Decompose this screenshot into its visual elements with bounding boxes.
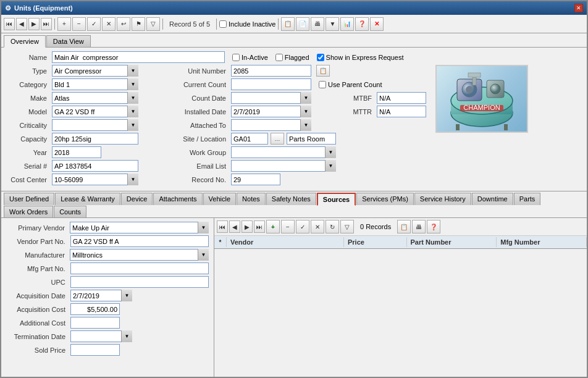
grid-nav-last[interactable]: ⏭	[254, 220, 265, 233]
close-button[interactable]: ✕	[574, 4, 583, 12]
btab-downtime[interactable]: Downtime	[472, 193, 513, 205]
grid-col-price[interactable]: Price	[344, 237, 407, 247]
unit-copy-button[interactable]: 📋	[316, 65, 330, 77]
flagged-checkbox[interactable]	[275, 54, 283, 61]
category-input[interactable]	[52, 78, 138, 90]
mttr-input[interactable]	[377, 106, 426, 117]
inactive-check[interactable]: In-Active	[232, 54, 268, 61]
nav-last-button[interactable]: ⏭	[41, 18, 52, 30]
serial-input[interactable]	[52, 160, 138, 172]
grid-save-button[interactable]: ✓	[296, 220, 309, 233]
btab-work-orders[interactable]: Work Orders	[4, 206, 53, 217]
primary-vendor-input[interactable]	[70, 222, 209, 233]
site-input[interactable]	[231, 133, 268, 145]
grid-col-part-number[interactable]: Part Number	[407, 237, 497, 247]
grid-add-button[interactable]: +	[266, 220, 280, 233]
grid-copy-button[interactable]: 📋	[397, 220, 411, 233]
type-input[interactable]	[52, 65, 138, 77]
parts-room-input[interactable]	[287, 133, 336, 145]
email-list-input[interactable]	[231, 160, 336, 172]
include-inactive-checkbox[interactable]	[219, 20, 227, 28]
grid-print-button[interactable]: 🖶	[412, 220, 426, 233]
add-button[interactable]: +	[57, 17, 71, 31]
grid-nav-next[interactable]: ▶	[242, 220, 253, 233]
grid-delete-button[interactable]: −	[281, 220, 295, 233]
name-input[interactable]	[52, 51, 225, 63]
grid-cancel-button[interactable]: ✕	[311, 220, 324, 233]
count-date-input[interactable]	[231, 92, 311, 104]
grid-nav-prev[interactable]: ◀	[229, 220, 240, 233]
manufacturer-input[interactable]	[70, 249, 209, 261]
btab-notes[interactable]: Notes	[237, 193, 266, 205]
chart-button[interactable]: 📊	[340, 17, 354, 31]
inactive-checkbox[interactable]	[232, 54, 240, 61]
express-checkbox[interactable]	[317, 54, 324, 61]
termination-date-label: Termination Date	[6, 333, 68, 340]
vendor-part-input[interactable]	[70, 235, 209, 247]
svg-text:CHAMPION: CHAMPION	[463, 104, 500, 111]
termination-date-input[interactable]	[70, 330, 132, 342]
cost-center-input[interactable]	[52, 174, 138, 185]
current-count-input[interactable]	[231, 78, 311, 90]
acquisition-cost-input[interactable]	[70, 303, 120, 315]
use-parent-count-check[interactable]: Use Parent Count	[319, 81, 382, 88]
upc-input[interactable]	[70, 276, 209, 288]
btab-sources[interactable]: Sources	[317, 193, 356, 206]
export-button[interactable]: 📄	[296, 17, 309, 31]
include-inactive-check[interactable]: Include Inactive	[219, 20, 275, 28]
mtbf-input[interactable]	[377, 92, 426, 104]
grid-col-vendor[interactable]: Vendor	[227, 237, 344, 247]
btab-device[interactable]: Device	[121, 193, 153, 205]
nav-next-button[interactable]: ▶	[28, 18, 40, 30]
btab-safety-notes[interactable]: Safety Notes	[266, 193, 316, 205]
tab-overview[interactable]: Overview	[4, 35, 46, 48]
report-dropdown-button[interactable]: ▼	[326, 17, 339, 31]
btab-user-defined[interactable]: User Defined	[4, 193, 54, 205]
delete-button[interactable]: −	[72, 17, 86, 31]
model-input[interactable]	[52, 106, 138, 117]
btab-parts[interactable]: Parts	[514, 193, 541, 205]
grid-records-label: 0 Records	[360, 223, 391, 230]
cancel-button[interactable]: ✕	[102, 17, 116, 31]
flag-button[interactable]: ⚑	[132, 17, 145, 31]
grid-nav-first[interactable]: ⏮	[217, 220, 228, 233]
sold-price-input[interactable]	[70, 344, 120, 356]
tab-data-view[interactable]: Data View	[46, 35, 91, 47]
installed-date-input[interactable]	[231, 106, 311, 117]
flagged-check[interactable]: Flagged	[275, 54, 309, 61]
work-group-input[interactable]	[231, 146, 336, 158]
capacity-input[interactable]	[52, 133, 138, 145]
btab-service-history[interactable]: Service History	[414, 193, 471, 205]
print-button[interactable]: 🖶	[311, 17, 324, 31]
acquisition-date-input[interactable]	[70, 290, 132, 301]
grid-help-button[interactable]: ❓	[427, 220, 440, 233]
grid-refresh-button[interactable]: ↻	[326, 220, 339, 233]
save-button[interactable]: ✓	[87, 17, 101, 31]
criticality-input[interactable]	[52, 119, 138, 131]
acquisition-date-label: Acquisition Date	[6, 292, 68, 300]
express-check[interactable]: Show in Express Request	[317, 54, 404, 61]
btab-lease-warranty[interactable]: Lease & Warranty	[55, 193, 120, 205]
btab-attachments[interactable]: Attachments	[153, 193, 202, 205]
grid-col-mfg-number[interactable]: Mfg Number	[497, 237, 587, 247]
copy-button[interactable]: 📋	[281, 17, 295, 31]
close-app-button[interactable]: ✕	[370, 17, 384, 31]
btab-counts[interactable]: Counts	[54, 206, 86, 217]
use-parent-count-checkbox[interactable]	[319, 81, 326, 88]
btab-services[interactable]: Services (PMs)	[356, 193, 414, 205]
make-input[interactable]	[52, 92, 138, 104]
nav-first-button[interactable]: ⏮	[4, 18, 15, 30]
btab-vehicle[interactable]: Vehicle	[203, 193, 236, 205]
site-browse-button[interactable]: …	[271, 133, 284, 145]
unit-number-input[interactable]	[231, 65, 311, 77]
mfg-part-input[interactable]	[70, 262, 209, 274]
year-input[interactable]	[52, 146, 101, 158]
help-button[interactable]: ❓	[355, 17, 369, 31]
attached-to-input[interactable]	[231, 119, 311, 131]
record-no-input[interactable]	[231, 174, 280, 185]
undo-button[interactable]: ↩	[117, 17, 130, 31]
nav-prev-button[interactable]: ◀	[16, 18, 27, 30]
grid-filter-button[interactable]: ▽	[340, 220, 354, 233]
filter-button[interactable]: ▽	[146, 17, 160, 31]
additional-cost-input[interactable]	[70, 317, 120, 329]
